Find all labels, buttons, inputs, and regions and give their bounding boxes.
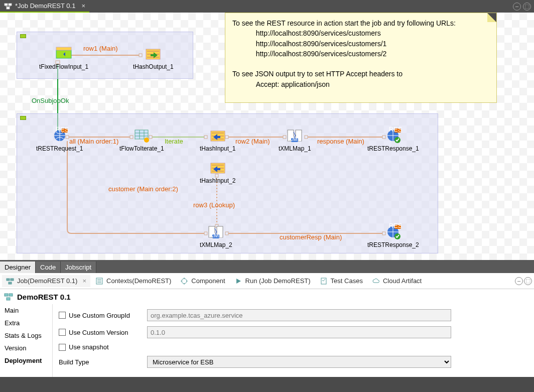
- edge-response: response (Main): [317, 138, 364, 145]
- play-icon: [234, 277, 242, 285]
- tab-jobscript[interactable]: Jobscript: [61, 262, 96, 273]
- node-tXMLMap1[interactable]: XML tXMLMap_1: [279, 127, 311, 152]
- svg-rect-54: [7, 298, 10, 300]
- view-run[interactable]: Run (Job DemoREST): [230, 275, 315, 287]
- svg-point-27: [144, 138, 149, 143]
- testcases-icon: [320, 277, 328, 285]
- node-tHashInput1[interactable]: tHashInput_1: [200, 127, 235, 152]
- groupid-checkbox[interactable]: [59, 312, 66, 319]
- svg-rect-1: [9, 4, 12, 6]
- node-tHashInput2[interactable]: tHashInput_2: [200, 159, 235, 184]
- note-text: To see the REST resource in action start…: [232, 18, 489, 89]
- groupid-field[interactable]: [147, 309, 451, 321]
- svg-text:XML: XML: [209, 231, 223, 239]
- designer-canvas[interactable]: To see the REST resource in action start…: [0, 13, 534, 260]
- snapshot-checkbox[interactable]: [59, 344, 66, 351]
- cat-version[interactable]: Version: [0, 342, 52, 354]
- edge-custresp: customerResp (Main): [280, 233, 342, 241]
- close-icon[interactable]: ×: [81, 2, 85, 10]
- properties-header: DemoREST 0.1: [0, 289, 534, 304]
- svg-rect-52: [5, 294, 8, 296]
- svg-rect-53: [9, 294, 13, 296]
- svg-text:REST: REST: [55, 127, 68, 133]
- edge-row3: row3 (Lookup): [193, 201, 235, 209]
- close-icon[interactable]: ×: [82, 277, 86, 285]
- views-row: Job(DemoREST 0.1) × Contexts(DemoREST) C…: [0, 273, 534, 289]
- job-icon: [6, 277, 14, 285]
- svg-rect-48: [9, 282, 12, 284]
- edge-onsubjobok: OnSubjobOk: [32, 97, 69, 104]
- node-tFixedFlowInput[interactable]: tFixedFlowInput_1: [39, 45, 88, 70]
- editor-tab[interactable]: *Job DemoREST 0.1 ×: [0, 0, 89, 13]
- svg-point-50: [182, 279, 187, 284]
- cat-main[interactable]: Main: [0, 304, 52, 317]
- view-cloudartifact[interactable]: Cloud Artifact: [368, 275, 426, 287]
- properties-panel: Main Extra Stats & Logs Version Deployme…: [0, 304, 534, 377]
- title-bar: *Job DemoREST 0.1 × – ⬚: [0, 0, 534, 13]
- buildtype-select[interactable]: Microservice for ESB: [147, 356, 451, 368]
- design-tabs: Designer Code Jobscript: [0, 260, 534, 273]
- tab-code[interactable]: Code: [36, 262, 61, 273]
- cat-extra[interactable]: Extra: [0, 317, 52, 329]
- view-contexts[interactable]: Contexts(DemoREST): [91, 275, 175, 287]
- edge-customer: customer (Main order:2): [108, 185, 178, 193]
- cat-deployment[interactable]: Deployment: [0, 354, 52, 367]
- svg-rect-2: [7, 7, 10, 9]
- node-tFlowToIterate[interactable]: tFlowToIterate_1: [119, 127, 164, 152]
- svg-text:XML: XML: [288, 135, 302, 143]
- job-icon: [4, 292, 13, 301]
- node-tHashOutput[interactable]: tHashOutput_1: [133, 45, 174, 70]
- edge-iterate: Iterate: [165, 138, 183, 145]
- job-icon: [4, 2, 12, 10]
- svg-text:REST: REST: [389, 127, 402, 133]
- svg-rect-46: [7, 279, 10, 281]
- edge-all: all (Main order:1): [69, 138, 118, 145]
- svg-rect-0: [5, 4, 8, 6]
- editor-tab-title: *Job DemoREST 0.1: [15, 2, 75, 10]
- cat-stats[interactable]: Stats & Logs: [0, 329, 52, 342]
- properties-categories: Main Extra Stats & Logs Version Deployme…: [0, 304, 53, 377]
- edge-row2: row2 (Main): [235, 138, 270, 145]
- svg-rect-51: [321, 278, 326, 284]
- node-tRESTResponse2[interactable]: REST tRESTResponse_2: [367, 223, 419, 248]
- contexts-icon: [95, 277, 103, 285]
- note[interactable]: To see the REST resource in action start…: [225, 13, 497, 103]
- tab-designer[interactable]: Designer: [0, 262, 36, 273]
- edge-row1: row1 (Main): [83, 45, 118, 52]
- minimize-button[interactable]: –: [513, 3, 521, 11]
- svg-text:REST: REST: [389, 223, 402, 229]
- version-field[interactable]: [147, 326, 451, 338]
- cloud-icon: [372, 277, 380, 285]
- node-tXMLMap2[interactable]: XML tXMLMap_2: [200, 223, 232, 248]
- svg-rect-47: [11, 279, 14, 281]
- properties-title: DemoREST 0.1: [17, 293, 71, 301]
- view-job[interactable]: Job(DemoREST 0.1) ×: [2, 275, 90, 287]
- view-testcases[interactable]: Test Cases: [316, 275, 367, 287]
- properties-form: Use Custom GroupId Use Custom Version Us…: [53, 304, 534, 377]
- component-icon: [180, 277, 188, 285]
- svg-rect-21: [56, 47, 71, 50]
- version-checkbox[interactable]: [59, 329, 66, 336]
- node-tRESTResponse1[interactable]: REST tRESTResponse_1: [367, 127, 419, 152]
- view-component[interactable]: Component: [176, 275, 229, 287]
- maximize-button[interactable]: ⬚: [524, 277, 532, 285]
- minimize-button[interactable]: –: [515, 277, 523, 285]
- maximize-button[interactable]: ⬚: [523, 3, 531, 11]
